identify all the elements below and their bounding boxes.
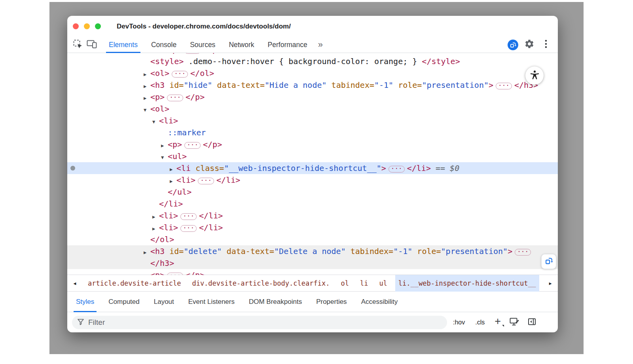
breadcrumb-item[interactable]: li [357, 275, 371, 292]
disclosure-right-icon[interactable]: ▶ [152, 223, 159, 235]
kebab-menu-icon [545, 39, 547, 50]
zoom-button[interactable] [95, 23, 101, 29]
dom-tree-row[interactable]: ▼<li> [67, 115, 558, 127]
triangle-right-icon: ▶ [549, 281, 552, 286]
panel-tab-network[interactable]: Network [222, 36, 261, 53]
dom-tree-row[interactable]: ▶<p>···</p> [67, 91, 558, 103]
breadcrumb-item[interactable]: ol [337, 275, 352, 292]
breadcrumb-item[interactable]: article.devsite-article [85, 275, 184, 292]
code-token: ::marker [168, 128, 206, 137]
toggle-element-state-button[interactable]: :hov [449, 319, 469, 326]
breadcrumb-scroll-right[interactable]: ▶ [543, 275, 558, 292]
disclosure-down-icon[interactable]: ▼ [161, 152, 168, 163]
inspect-element-button[interactable] [70, 38, 85, 52]
toggle-sidebar-button[interactable] [524, 315, 540, 330]
dom-tree-row[interactable]: </ul> [67, 186, 558, 198]
dom-tree-row[interactable]: ▶<p>···</p> [67, 138, 558, 150]
dom-tree-row[interactable]: ▶<li>···</li> [67, 222, 558, 233]
dom-tree-row[interactable]: </li> [67, 198, 558, 210]
tab-layout[interactable]: Layout [147, 292, 181, 312]
breadcrumb-scroll-left[interactable]: ◀ [67, 275, 82, 292]
disclosure-right-icon[interactable]: ▶ [144, 92, 150, 104]
dom-tree-row[interactable]: </ol> [67, 233, 558, 245]
ellipsis-icon[interactable]: ··· [184, 53, 201, 54]
breadcrumb-item[interactable]: li.__web-inspector-hide-shortcut__ [395, 275, 539, 292]
ellipsis-icon[interactable]: ··· [515, 249, 531, 256]
ellipsis-icon[interactable]: ··· [496, 83, 512, 89]
minimize-button[interactable] [84, 23, 90, 29]
indent-spacer [67, 206, 152, 207]
code-token: <h3 [150, 80, 165, 90]
indent-spacer [67, 135, 161, 135]
ellipsis-icon[interactable]: ··· [180, 213, 197, 220]
breadcrumb-item[interactable]: div.devsite-article-body.clearfix. [189, 275, 333, 292]
dom-tree-row[interactable]: ▶<ol>···</ol> [67, 67, 558, 79]
tab-styles[interactable]: Styles [69, 292, 101, 312]
breadcrumb-item[interactable]: ul [376, 275, 390, 292]
tab-event-listeners[interactable]: Event Listeners [181, 292, 242, 312]
panel-tab-elements[interactable]: Elements [102, 36, 144, 53]
code-token: class= [191, 163, 224, 173]
code-token: <p> [150, 92, 165, 102]
disclosure-right-icon[interactable]: ▶ [144, 68, 150, 80]
disclosure-right-icon[interactable]: ▶ [144, 246, 150, 258]
code-token: <li> [159, 116, 178, 125]
settings-button[interactable] [522, 38, 536, 52]
disclosure-right-icon[interactable]: ▶ [170, 163, 176, 175]
ellipsis-icon[interactable]: ··· [184, 142, 201, 149]
ellipsis-icon[interactable]: ··· [389, 166, 405, 173]
scroll-into-view-fab[interactable] [541, 254, 556, 269]
close-button[interactable] [73, 23, 79, 29]
device-toolbar-button[interactable] [85, 38, 99, 52]
tab-properties[interactable]: Properties [309, 292, 354, 312]
dom-tree-row[interactable]: ▶<h3 id="hide" data-text="Hide a node" t… [67, 79, 558, 91]
capture-arrow-icon [508, 40, 518, 50]
code-token: "Hide a node" [265, 80, 327, 90]
tab-computed[interactable]: Computed [101, 292, 146, 312]
code-token: </li> [407, 163, 431, 173]
disclosure-right-icon[interactable]: ▶ [152, 211, 159, 223]
disclosure-right-icon[interactable]: ▶ [144, 270, 150, 275]
element-classes-button[interactable]: .cls [471, 319, 489, 326]
ellipsis-icon[interactable]: ··· [167, 95, 183, 101]
accessibility-fab[interactable] [525, 66, 544, 85]
code-token: <p> [150, 270, 165, 275]
tab-dom-breakpoints[interactable]: DOM Breakpoints [242, 292, 309, 312]
disclosure-right-icon[interactable]: ▶ [170, 175, 176, 187]
dom-tree-row[interactable]: ▶<p>···</p> [67, 269, 558, 275]
dom-tree-row[interactable]: <style> .demo--hover:hover { background-… [67, 55, 558, 67]
panel-tab-performance[interactable]: Performance [261, 36, 314, 53]
ellipsis-icon[interactable]: ··· [167, 273, 183, 275]
tab-accessibility[interactable]: Accessibility [354, 292, 405, 312]
new-style-rule-button[interactable]: + [491, 315, 505, 328]
dom-tree-row[interactable]: ▶<li class="__web-inspector-hide-shortcu… [67, 162, 558, 174]
more-panels-button[interactable]: » [314, 37, 327, 53]
panel-tab-sources[interactable]: Sources [183, 36, 222, 53]
indent-spacer [67, 76, 144, 76]
dom-tree-row[interactable]: ▶<li>···</li> [67, 174, 558, 186]
ellipsis-icon[interactable]: ··· [198, 178, 214, 184]
ellipsis-icon[interactable]: ··· [180, 225, 197, 232]
dom-tree-row[interactable]: ::marker [67, 127, 558, 138]
code-token: tabindex= [346, 246, 393, 256]
filter-input[interactable] [88, 318, 442, 327]
device-posture-button[interactable] [506, 38, 520, 52]
code-token: > [508, 246, 512, 256]
panel-tab-console[interactable]: Console [144, 36, 183, 53]
more-options-button[interactable] [539, 38, 553, 52]
rendering-emulation-button[interactable] [506, 315, 522, 330]
indent-spacer [67, 254, 144, 254]
dom-tree-row[interactable]: ▼<ul> [67, 150, 558, 162]
disclosure-down-icon[interactable]: ▼ [152, 116, 159, 128]
disclosure-right-icon[interactable]: ▶ [161, 140, 168, 152]
sidebar-toggle-icon [527, 317, 537, 328]
dom-tree-row[interactable]: </h3> [67, 257, 558, 269]
dom-tree-row[interactable]: ▼<ol> [67, 103, 558, 115]
dom-tree: ▶<p>···</p><style> .demo--hover:hover { … [67, 53, 558, 275]
dom-tree-row[interactable]: ▶<h3 id="delete" data-text="Delete a nod… [67, 245, 558, 257]
dom-tree-row[interactable]: ▶<li>···</li> [67, 210, 558, 222]
disclosure-down-icon[interactable]: ▼ [144, 104, 150, 116]
ellipsis-icon[interactable]: ··· [172, 71, 188, 78]
styles-filter-bar: :hov .cls + [67, 312, 558, 332]
disclosure-right-icon[interactable]: ▶ [144, 80, 150, 92]
